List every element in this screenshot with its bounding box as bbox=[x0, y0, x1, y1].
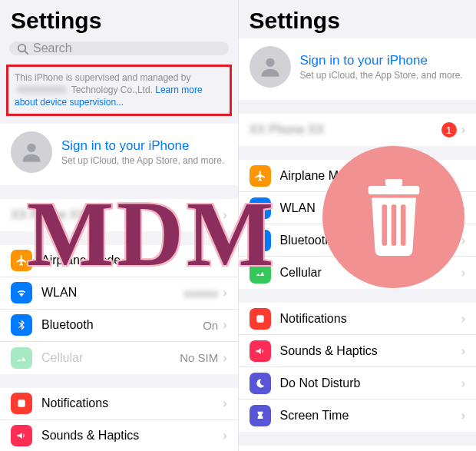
chevron-right-icon: › bbox=[461, 266, 465, 280]
svg-line-1 bbox=[25, 51, 28, 54]
notifications-icon bbox=[11, 393, 32, 414]
bluetooth-icon bbox=[11, 314, 32, 336]
svg-rect-5 bbox=[256, 315, 263, 322]
row-dnd[interactable]: Do Not Disturb › bbox=[239, 367, 477, 400]
chevron-right-icon: › bbox=[223, 286, 226, 300]
signin-title: Sign in to your iPhone bbox=[300, 53, 463, 68]
sounds-icon bbox=[11, 425, 32, 446]
row-notifications[interactable]: Notifications › bbox=[0, 388, 238, 420]
chevron-right-icon: › bbox=[461, 312, 465, 326]
chevron-right-icon: › bbox=[461, 234, 465, 247]
screentime-icon bbox=[250, 405, 271, 426]
avatar bbox=[11, 131, 52, 173]
signin-title: Sign in to your iPhone bbox=[61, 138, 224, 154]
badge: 1 bbox=[441, 122, 457, 138]
blurred-row[interactable]: XX Phone XX 1 › bbox=[239, 114, 477, 146]
dnd-icon bbox=[250, 373, 271, 394]
row-general[interactable]: General › bbox=[239, 446, 477, 451]
signin-subtitle: Set up iCloud, the App Store, and more. bbox=[300, 70, 463, 81]
chevron-right-icon: › bbox=[461, 376, 465, 390]
bluetooth-icon bbox=[250, 230, 271, 251]
chevron-right-icon: › bbox=[461, 201, 465, 215]
row-wlan[interactable]: WLAN › bbox=[239, 192, 477, 224]
signin-subtitle: Set up iCloud, the App Store, and more. bbox=[61, 155, 224, 166]
row-cellular[interactable]: Cellular › bbox=[239, 257, 477, 289]
signin-row[interactable]: Sign in to your iPhone Set up iCloud, th… bbox=[239, 38, 477, 100]
airplane-icon bbox=[250, 165, 271, 187]
supervision-notice: This iPhone is supervised and managed by… bbox=[6, 65, 232, 116]
row-wlan[interactable]: WLAN xxxxxx › bbox=[0, 277, 238, 310]
svg-rect-3 bbox=[18, 400, 25, 406]
notifications-icon bbox=[250, 308, 271, 330]
airplane-icon bbox=[11, 250, 32, 271]
row-cellular[interactable]: Cellular No SIM › bbox=[0, 342, 238, 374]
row-bluetooth[interactable]: Bluetooth › bbox=[239, 224, 477, 257]
chevron-right-icon: › bbox=[461, 123, 465, 137]
chevron-right-icon: › bbox=[461, 409, 465, 423]
chevron-right-icon: › bbox=[223, 318, 226, 332]
wifi-icon bbox=[11, 282, 32, 303]
cellular-icon bbox=[11, 347, 32, 369]
chevron-right-icon: › bbox=[223, 429, 226, 443]
signin-row[interactable]: Sign in to your iPhone Set up iCloud, th… bbox=[0, 124, 238, 185]
right-panel: Settings Sign in to your iPhone Set up i… bbox=[238, 0, 477, 451]
chevron-right-icon: › bbox=[223, 396, 226, 410]
chevron-right-icon: › bbox=[223, 208, 226, 222]
row-notifications[interactable]: Notifications › bbox=[239, 303, 477, 335]
avatar bbox=[250, 46, 291, 88]
search-input[interactable]: Search bbox=[9, 41, 229, 55]
page-title: Settings bbox=[0, 0, 238, 38]
sounds-icon bbox=[250, 340, 271, 362]
wifi-icon bbox=[250, 197, 271, 219]
svg-point-2 bbox=[27, 143, 35, 151]
left-panel: Settings Search This iPhone is supervise… bbox=[0, 0, 238, 451]
row-sounds[interactable]: Sounds & Haptics › bbox=[239, 335, 477, 367]
blurred-row[interactable]: XX Phone XX 1 › bbox=[0, 199, 238, 231]
cellular-icon bbox=[250, 262, 271, 284]
chevron-right-icon: › bbox=[223, 351, 226, 365]
row-bluetooth[interactable]: Bluetooth On › bbox=[0, 310, 238, 342]
badge: 1 bbox=[203, 207, 218, 223]
page-title: Settings bbox=[239, 0, 477, 38]
row-airplane[interactable]: Airplane Mode bbox=[239, 160, 477, 192]
chevron-right-icon: › bbox=[461, 344, 465, 358]
search-placeholder: Search bbox=[33, 41, 72, 55]
svg-point-4 bbox=[266, 58, 274, 67]
row-screentime[interactable]: Screen Time › bbox=[239, 400, 477, 432]
row-airplane[interactable]: Airplane Mode bbox=[0, 245, 238, 277]
row-sounds[interactable]: Sounds & Haptics › bbox=[0, 420, 238, 451]
search-icon bbox=[17, 43, 28, 55]
